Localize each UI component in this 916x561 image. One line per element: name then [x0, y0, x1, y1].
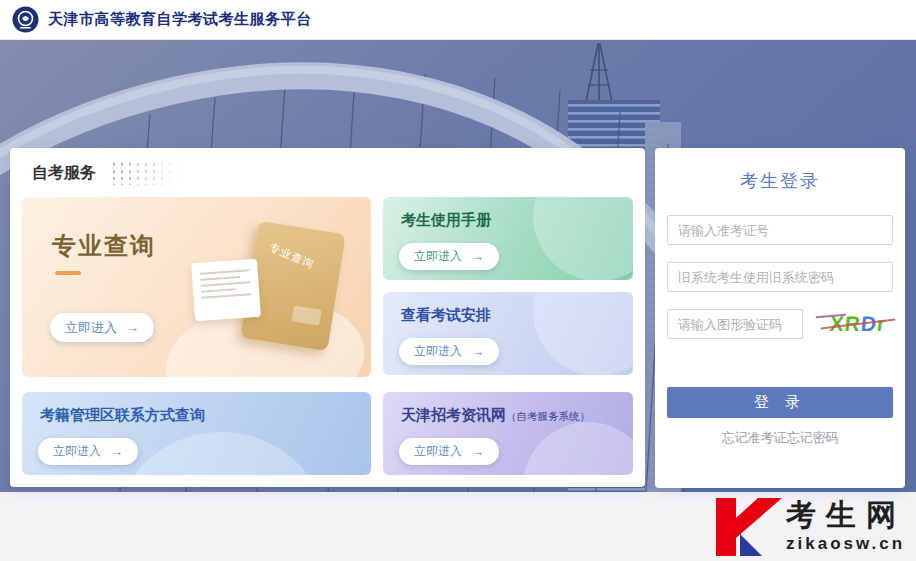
watermark-brand-cn: 考生网	[786, 498, 906, 532]
title-underline	[55, 271, 81, 275]
captcha-input[interactable]	[667, 309, 803, 339]
services-section-title: 自考服务	[32, 163, 96, 184]
card-title: 天津招考资讯网（自考服务系统）	[401, 406, 590, 425]
arrow-right-icon: →	[471, 249, 484, 264]
enter-button-label: 立即进入	[65, 319, 117, 337]
enter-button-schedule[interactable]: 立即进入 →	[399, 338, 499, 365]
card-title: 考生使用手册	[401, 211, 491, 230]
arrow-right-icon: →	[471, 444, 484, 459]
enter-button-zhaokao[interactable]: 立即进入 →	[399, 438, 499, 465]
zikaosw-k-logo-icon	[716, 498, 782, 556]
enter-button-manual[interactable]: 立即进入 →	[399, 243, 499, 270]
password-input[interactable]	[667, 262, 893, 292]
ticket-number-input[interactable]	[667, 215, 893, 245]
arrow-right-icon: →	[126, 320, 139, 335]
page-title: 天津市高等教育自学考试考生服务平台	[48, 10, 312, 29]
captcha-image[interactable]: X R D r	[819, 308, 896, 340]
platform-logo-icon	[12, 6, 39, 33]
watermark-brand-url: zikaosw.cn	[786, 534, 906, 554]
circle-decoration	[111, 432, 331, 475]
card-title: 专业查询	[52, 230, 156, 262]
circle-decoration	[523, 422, 633, 475]
card-title-main: 天津招考资讯网	[401, 406, 506, 423]
book-label: 专业查询	[267, 240, 317, 273]
enter-button-contact[interactable]: 立即进入 →	[38, 438, 138, 465]
services-panel: 自考服务 专业查询 专业查询 立即进入 → 考生使用手册 立即进入 → 查看考	[10, 148, 645, 487]
forgot-credentials-link[interactable]: 忘记准考证忘记密码	[655, 429, 905, 447]
services-header: 自考服务	[32, 161, 184, 185]
card-zhaokao-site[interactable]: 天津招考资讯网（自考服务系统） 立即进入 →	[383, 392, 633, 475]
captcha-letter: r	[876, 312, 888, 336]
card-contact-query[interactable]: 考籍管理区联系方式查询 立即进入 →	[22, 392, 371, 475]
card-title: 考籍管理区联系方式查询	[40, 406, 205, 425]
dots-decoration	[110, 161, 184, 185]
arrow-right-icon: →	[471, 344, 484, 359]
circle-decoration	[533, 292, 633, 375]
arrow-right-icon: →	[110, 444, 123, 459]
app-header: 天津市高等教育自学考试考生服务平台	[0, 0, 916, 40]
book-badge	[291, 305, 321, 325]
circle-decoration	[533, 197, 633, 280]
login-panel: 考生登录 X R D r 登 录 忘记准考证忘记密码	[655, 148, 905, 488]
card-candidate-manual[interactable]: 考生使用手册 立即进入 →	[383, 197, 633, 280]
card-title: 查看考试安排	[401, 306, 491, 325]
major-query-illustration: 专业查询	[171, 205, 361, 370]
card-exam-schedule[interactable]: 查看考试安排 立即进入 →	[383, 292, 633, 375]
card-title-sub: （自考服务系统）	[506, 410, 590, 422]
enter-button-label: 立即进入	[53, 443, 101, 460]
enter-button-major-query[interactable]: 立即进入 →	[50, 313, 154, 342]
enter-button-label: 立即进入	[414, 343, 462, 360]
zikaosw-watermark: 考生网 zikaosw.cn	[716, 498, 906, 556]
document-graphic	[191, 259, 261, 321]
card-major-query[interactable]: 专业查询 专业查询 立即进入 →	[22, 197, 371, 377]
watermark-text: 考生网 zikaosw.cn	[786, 498, 906, 554]
enter-button-label: 立即进入	[414, 443, 462, 460]
login-title: 考生登录	[655, 169, 905, 193]
login-button[interactable]: 登 录	[667, 387, 893, 418]
enter-button-label: 立即进入	[414, 248, 462, 265]
